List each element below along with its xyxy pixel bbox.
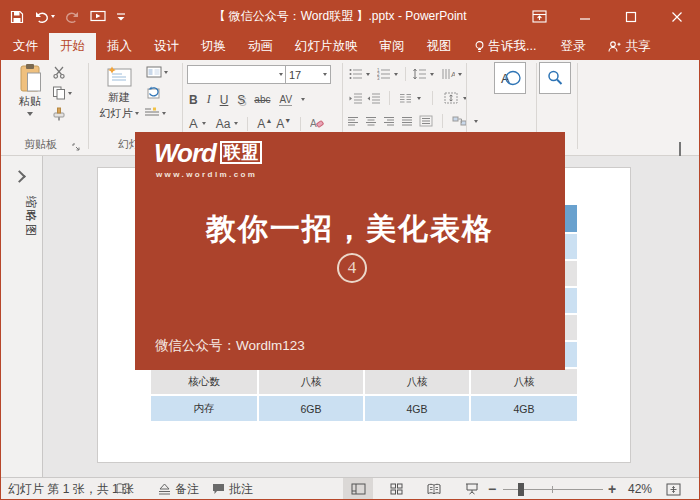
underline-button[interactable]: U	[220, 93, 229, 107]
decrease-indent-button[interactable]	[349, 93, 362, 104]
distribute-text-button[interactable]	[419, 115, 433, 127]
new-slide-button[interactable]: 新建 幻灯片	[96, 63, 142, 121]
slide-picture-overlay[interactable]: Word 联盟 www.wordlm.com 教你一招，美化表格 4 微信公众号…	[135, 132, 565, 370]
comments-button[interactable]: 批注	[212, 478, 253, 500]
close-icon[interactable]	[654, 0, 700, 33]
italic-button[interactable]: I	[207, 92, 211, 107]
tab-insert[interactable]: 插入	[96, 33, 143, 60]
table-row-memory[interactable]: 内存 6GB 4GB 4GB	[151, 396, 579, 421]
change-case-button[interactable]: Aa	[216, 117, 231, 131]
logo-lianmeng-text: 联盟	[220, 141, 262, 164]
text-direction-dropdown-icon[interactable]	[458, 73, 462, 78]
undo-dropdown-icon[interactable]	[51, 15, 55, 20]
expand-thumbnails-icon[interactable]	[13, 170, 26, 183]
title-bar: 【 微信公众号：Word联盟 】.pptx - PowerPoint	[0, 0, 700, 33]
svg-text:3: 3	[377, 76, 380, 80]
increase-indent-button[interactable]	[367, 93, 380, 104]
logo-url: www.wordlm.com	[156, 170, 257, 179]
align-right-button[interactable]	[383, 116, 395, 127]
notes-button[interactable]: 备注	[158, 478, 199, 500]
align-text-button[interactable]	[444, 92, 458, 104]
tab-transitions[interactable]: 切换	[190, 33, 237, 60]
justify-button[interactable]	[401, 116, 413, 127]
format-painter-button[interactable]	[52, 107, 67, 121]
columns-dropdown-icon[interactable]	[417, 97, 421, 102]
reset-slide-button[interactable]	[146, 86, 161, 100]
font-name-combobox[interactable]	[187, 65, 287, 84]
zoom-slider-handle[interactable]	[518, 483, 524, 496]
notes-icon	[158, 483, 171, 495]
zoom-percentage[interactable]: 42%	[628, 478, 652, 500]
shrink-font-button[interactable]: A▼	[276, 117, 291, 131]
window-title: 【 微信公众号：Word联盟 】.pptx - PowerPoint	[130, 0, 550, 33]
sign-in-button[interactable]: 登录	[549, 33, 596, 60]
save-icon[interactable]	[10, 10, 24, 24]
bold-button[interactable]: B	[189, 93, 198, 107]
tab-design[interactable]: 设计	[143, 33, 190, 60]
copy-button[interactable]	[52, 86, 72, 100]
tab-view[interactable]: 视图	[416, 33, 463, 60]
clipboard-dialog-launcher-icon[interactable]	[72, 143, 80, 151]
line-spacing-dropdown-icon[interactable]	[430, 73, 434, 78]
section-button[interactable]	[144, 107, 166, 119]
share-button[interactable]: 共享	[596, 33, 661, 60]
align-center-button[interactable]	[365, 116, 377, 127]
maximize-icon[interactable]	[608, 0, 654, 33]
customize-qat-icon[interactable]	[116, 11, 126, 23]
font-color-button[interactable]: A	[189, 116, 198, 131]
smartart-dropdown-icon[interactable]	[474, 120, 478, 125]
change-case-dropdown-icon[interactable]	[234, 122, 238, 127]
layout-dropdown-icon	[164, 71, 168, 76]
logo-word-text: Word	[154, 140, 216, 166]
strikethrough-button[interactable]: abc	[254, 94, 270, 105]
line-spacing-button[interactable]	[413, 68, 427, 80]
columns-button[interactable]	[399, 93, 412, 104]
tab-file[interactable]: 文件	[2, 33, 49, 60]
tab-review[interactable]: 审阅	[369, 33, 416, 60]
zoom-in-button[interactable]: +	[608, 478, 616, 500]
collapse-ribbon-icon[interactable]	[679, 144, 681, 156]
start-slideshow-icon[interactable]	[90, 10, 106, 23]
overlay-number-badge: 4	[337, 253, 367, 283]
character-spacing-dropdown-icon[interactable]	[301, 98, 305, 103]
text-shadow-button[interactable]: S	[237, 93, 245, 107]
redo-icon[interactable]	[65, 10, 80, 24]
numbering-dropdown-icon[interactable]	[394, 73, 398, 78]
ribbon-display-options-icon[interactable]	[516, 0, 562, 33]
bullets-button[interactable]	[349, 68, 363, 80]
clear-formatting-button[interactable]: A	[310, 117, 324, 130]
overlay-footer: 微信公众号：Wordlm123	[155, 337, 305, 355]
undo-icon[interactable]	[34, 10, 55, 24]
normal-view-button[interactable]	[343, 478, 373, 500]
paste-button[interactable]: 粘贴	[10, 63, 50, 119]
font-size-combobox[interactable]: 17	[285, 65, 331, 84]
bullets-dropdown-icon[interactable]	[366, 73, 370, 78]
overlay-title: 教你一招，美化表格	[135, 209, 565, 250]
align-left-button[interactable]	[347, 116, 359, 127]
wordlm-logo: Word 联盟	[154, 140, 262, 166]
zoom-out-button[interactable]: −	[488, 478, 496, 500]
reading-view-button[interactable]	[419, 478, 449, 500]
thumbnails-pane-collapsed[interactable]: 缩略图	[0, 156, 43, 477]
slide-layout-button[interactable]	[146, 66, 168, 78]
cut-button[interactable]	[52, 66, 66, 79]
text-direction-button[interactable]: A	[441, 68, 455, 80]
slide-sorter-view-button[interactable]	[381, 478, 411, 500]
editing-group-button[interactable]: 编辑	[539, 62, 573, 87]
spell-check-icon[interactable]	[116, 478, 130, 500]
character-spacing-button[interactable]: AV	[279, 94, 292, 106]
tab-slideshow[interactable]: 幻灯片放映	[284, 33, 369, 60]
numbering-button[interactable]: 123	[377, 68, 391, 80]
minimize-icon[interactable]	[562, 0, 608, 33]
grow-font-button[interactable]: A▲	[257, 117, 272, 131]
clipboard-group-label: 剪贴板	[24, 137, 57, 152]
svg-text:A: A	[451, 70, 455, 79]
drawing-group-button[interactable]: A 绘图	[494, 62, 528, 87]
tab-home[interactable]: 开始	[49, 33, 96, 60]
table-row-cores[interactable]: 核心数 八核 八核 八核	[151, 369, 579, 394]
slideshow-view-button[interactable]	[457, 478, 487, 500]
fit-slide-to-window-icon[interactable]	[666, 478, 681, 500]
font-color-dropdown-icon[interactable]	[202, 122, 206, 127]
tab-tell-me[interactable]: 告诉我...	[463, 33, 548, 60]
tab-animations[interactable]: 动画	[237, 33, 284, 60]
